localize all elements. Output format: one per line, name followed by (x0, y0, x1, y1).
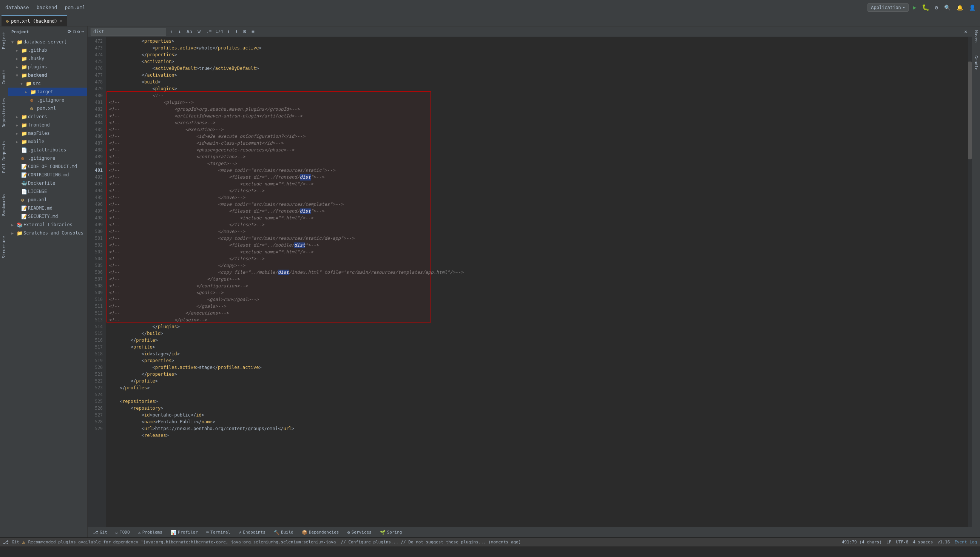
tree-item-pomxml-backend[interactable]: ▶ ⚙ pom.xml (8, 104, 87, 112)
code-line-499: <!-- </fileset>--> (109, 221, 972, 228)
filter-btn[interactable]: ≡ (250, 28, 256, 35)
tree-item-security[interactable]: ▶ 📝 SECURITY.md (8, 212, 87, 220)
tree-item-dockerfile[interactable]: ▶ 🐳 Dockerfile (8, 179, 87, 187)
xml-file-icon: ⚙ (30, 106, 36, 111)
tab-build[interactable]: 🔨 Build (270, 528, 297, 537)
tab-spring-label: Spring (387, 530, 402, 535)
tab-git[interactable]: ⎇ Git (89, 528, 111, 537)
tab-problems[interactable]: ⚠ Problems (134, 528, 166, 537)
tree-label: plugins (28, 64, 47, 70)
tree-item-plugins[interactable]: ▶ 📁 plugins (8, 63, 87, 71)
maven-panel-btn[interactable]: Maven (973, 28, 979, 45)
tree-item-mapfiles[interactable]: ▶ 📁 mapFiles (8, 129, 87, 137)
tree-item-src[interactable]: ▼ 📁 src (8, 79, 87, 88)
code-line-527: <id>pentaho-public</id> (109, 412, 972, 419)
sidebar-sync-icon[interactable]: ⟳ (68, 29, 72, 34)
match-nav-down[interactable]: ⬇ (234, 28, 240, 35)
status-indent[interactable]: 4 spaces (913, 540, 933, 544)
sidebar-more-icon[interactable]: ⋯ (81, 29, 84, 34)
tree-item-drivers[interactable]: ▶ 📁 drivers (8, 112, 87, 121)
run-button[interactable]: ▶ (912, 4, 918, 11)
bookmarks-btn[interactable]: Bookmarks (1, 191, 7, 218)
tree-item-codeofconduct[interactable]: ▶ 📝 CODE_OF_CONDUCT.md (8, 162, 87, 171)
search-input[interactable] (91, 28, 166, 36)
search-next-btn[interactable]: ↓ (177, 28, 183, 35)
tree-item-gitattributes[interactable]: ▶ 📄 .gitattributes (8, 146, 87, 154)
tree-item-database-server[interactable]: ▼ 📁 database-server] (8, 38, 87, 46)
settings-icon[interactable]: ⚙ (934, 4, 939, 11)
code-line-509: <!-- <goals>--> (109, 289, 972, 296)
tree-item-target[interactable]: ▶ 📁 target (8, 88, 87, 96)
tree-item-github[interactable]: ▶ 📁 .github (8, 46, 87, 54)
tree-item-readme[interactable]: ▶ 📝 README.md (8, 204, 87, 212)
sidebar-settings-icon[interactable]: ⚙ (77, 29, 80, 34)
search-everywhere-icon[interactable]: 🔍 (943, 4, 952, 11)
code-line-516: </profile> (109, 337, 972, 344)
tab-endpoints[interactable]: ⚡ Endpoints (235, 528, 269, 537)
code-content[interactable]: <properties> <profiles.active>whole</pro… (106, 37, 972, 527)
tab-profiler[interactable]: 📊 Profiler (167, 528, 202, 537)
sidebar-title: Project (11, 29, 29, 34)
commit-panel-btn[interactable]: Commit (1, 67, 7, 87)
menu-backend[interactable]: backend (34, 4, 60, 11)
tree-item-frontend[interactable]: ▶ 📁 frontend (8, 121, 87, 129)
match-all-btn[interactable]: ⊠ (242, 28, 248, 35)
debug-button[interactable]: 🐛 (921, 4, 931, 11)
avatar-icon[interactable]: 👤 (967, 4, 977, 11)
md-file-icon: 📝 (21, 172, 27, 178)
close-search-btn[interactable]: ✕ (963, 28, 969, 35)
tab-dependencies[interactable]: 📦 Dependencies (298, 528, 342, 537)
tab-build-label: Build (281, 530, 293, 535)
tab-services[interactable]: ⚙ Services (343, 528, 375, 537)
gradle-panel-btn[interactable]: Gradle (973, 53, 979, 73)
event-log-btn[interactable]: Event Log (954, 540, 977, 544)
tab-spring[interactable]: 🌱 Spring (376, 528, 406, 537)
status-linesep[interactable]: LF (886, 540, 891, 544)
notifications-icon[interactable]: 🔔 (955, 4, 965, 11)
search-prev-btn[interactable]: ↑ (168, 28, 174, 35)
match-nav-up[interactable]: ⬆ (225, 28, 231, 35)
status-right: 491:79 (4 chars) LF UTF-8 4 spaces v1.16… (842, 540, 977, 544)
tree-item-gitignore-backend[interactable]: ▶ ⚙ .gitignore (8, 96, 87, 104)
tab-terminal[interactable]: ⌨ Terminal (202, 528, 234, 537)
tree-item-pomxml-root[interactable]: ▶ ⚙ pom.xml (8, 195, 87, 204)
status-encoding[interactable]: UTF-8 (896, 540, 908, 544)
tree-item-contributing[interactable]: ▶ 📝 CONTRIBUTING.md (8, 171, 87, 179)
status-git-icon[interactable]: ⎇ (3, 539, 9, 545)
tab-pomxml[interactable]: ⚙ pom.xml (backend) ✕ (2, 15, 67, 26)
sidebar-header: Project ⟳ ⊟ ⚙ ⋯ (8, 26, 87, 37)
tab-todo[interactable]: ☑ TODO (112, 528, 133, 537)
repositories-panel-btn[interactable]: Repositories (1, 95, 7, 130)
tree-item-external-libraries[interactable]: ▶ 📚 External Libraries (8, 220, 87, 229)
code-line-500: <!-- </move>--> (109, 228, 972, 235)
tree-item-mobile[interactable]: ▶ 📁 mobile (8, 137, 87, 146)
tab-services-label: Services (352, 530, 371, 535)
tree-item-husky[interactable]: ▶ 📁 .husky (8, 54, 87, 63)
expand-arrow: ▶ (16, 132, 20, 135)
code-line-512: <!-- </executions>--> (109, 309, 972, 316)
tree-item-gitignore[interactable]: ▶ ⚙ .gitignore (8, 154, 87, 162)
expand-arrow: ▶ (11, 231, 16, 235)
expand-arrow: ▼ (16, 73, 20, 77)
tree-item-backend[interactable]: ▼ 📁 backend (8, 71, 87, 79)
search-match-case-btn[interactable]: Aa (185, 28, 194, 35)
code-editor: 472473474475 476477478479 480481482483 4… (88, 37, 972, 527)
tree-item-scratches[interactable]: ▶ 📁 Scratches and Consoles (8, 229, 87, 237)
structure-btn[interactable]: Structure (1, 234, 7, 261)
sidebar-collapse-icon[interactable]: ⊟ (73, 29, 75, 34)
code-line-526: <repository> (109, 405, 972, 412)
menu-database[interactable]: database (3, 4, 31, 11)
project-panel-btn[interactable]: Project (1, 29, 7, 51)
pull-requests-btn[interactable]: Pull Requests (1, 138, 7, 175)
tree-item-license[interactable]: ▶ 📄 LICENSE (8, 187, 87, 195)
status-position[interactable]: 491:79 (4 chars) (842, 540, 882, 544)
tree-label: .gitignore (37, 98, 64, 103)
md-file-icon: 📝 (21, 214, 27, 220)
search-words-btn[interactable]: W (196, 28, 202, 35)
search-regex-btn[interactable]: .* (204, 28, 213, 35)
scrollbar-thumb[interactable] (968, 62, 972, 160)
editor-area: ↑ ↓ Aa W .* 1/4 ⬆ ⬇ ⊠ ≡ ✕ 472473474475 4… (88, 26, 972, 537)
menu-pomxml[interactable]: pom.xml (62, 4, 88, 11)
tab-close-icon[interactable]: ✕ (60, 18, 62, 23)
app-selector[interactable]: Application ▾ (868, 3, 908, 12)
